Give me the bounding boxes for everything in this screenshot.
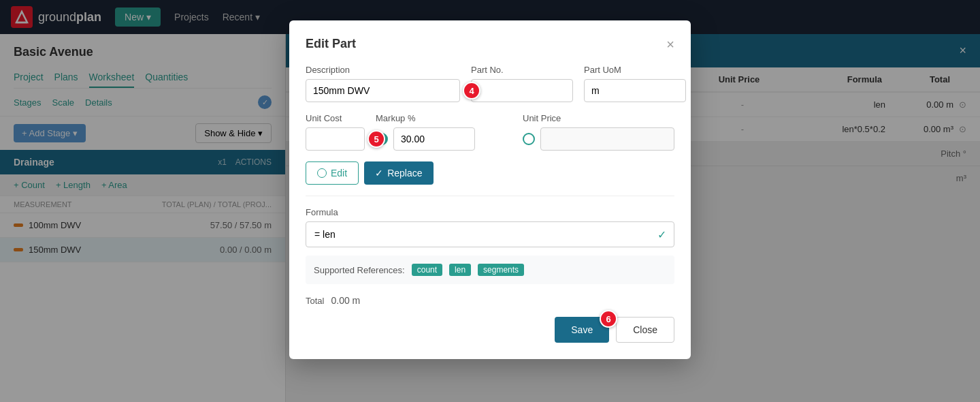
part-uom-field-group: Part UoM (584, 65, 686, 102)
unit-cost-input[interactable] (306, 127, 365, 151)
modal-close-button[interactable]: × (666, 37, 674, 51)
markup-label: Markup % (376, 113, 512, 123)
markup-input-wrap (376, 127, 512, 151)
step-badge-5: 5 (368, 130, 385, 148)
formula-check-icon: ✓ (657, 228, 666, 241)
ref-tag-segments: segments (478, 264, 524, 276)
ref-tag-len: len (449, 264, 471, 276)
description-field-group: Description 4 (306, 65, 460, 102)
edit-button[interactable]: Edit (306, 161, 359, 185)
close-modal-button[interactable]: Close (616, 317, 674, 343)
edit-icon (317, 168, 327, 178)
formula-input[interactable] (306, 221, 674, 247)
part-uom-input[interactable] (584, 79, 686, 102)
save-button[interactable]: Save 6 (555, 317, 609, 343)
modal-header: Edit Part × (306, 37, 674, 51)
formula-input-wrap: ✓ (306, 221, 674, 247)
description-input-wrap: 4 (306, 79, 460, 102)
part-no-input[interactable] (471, 79, 573, 102)
supported-refs-section: Supported References: count len segments (306, 256, 674, 284)
formula-label: Formula (306, 207, 674, 217)
part-no-label: Part No. (471, 65, 573, 75)
total-value: 0.00 m (331, 295, 360, 306)
divider (306, 196, 674, 196)
part-no-field-group: Part No. (471, 65, 573, 102)
ref-tag-count: count (412, 264, 442, 276)
form-row-cost: Unit Cost 5 Markup % Unit Price (306, 113, 674, 151)
step-badge-6: 6 (600, 310, 617, 328)
formula-field-group: Formula ✓ (306, 207, 674, 247)
unit-cost-field-group: Unit Cost 5 (306, 113, 365, 151)
replace-icon: ✓ (375, 168, 383, 179)
modal-title: Edit Part (306, 37, 356, 51)
supported-refs-label: Supported References: (314, 265, 405, 275)
description-label: Description (306, 65, 460, 75)
unit-price-radio[interactable] (523, 133, 535, 145)
markup-field-group: Markup % (376, 113, 512, 151)
step-badge-4: 4 (463, 82, 480, 99)
unit-price-label: Unit Price (523, 113, 674, 123)
description-input[interactable] (306, 79, 460, 102)
modal-footer: Save 6 Close (306, 317, 674, 343)
form-row-description: Description 4 Part No. Part UoM (306, 65, 674, 102)
edit-part-modal: Edit Part × Description 4 Part No. Part … (289, 20, 691, 359)
replace-button[interactable]: ✓ Replace (364, 161, 433, 185)
edit-replace-row: Edit ✓ Replace (306, 161, 674, 185)
unit-price-input[interactable] (540, 127, 674, 151)
part-uom-label: Part UoM (584, 65, 686, 75)
unit-cost-label: Unit Cost (306, 113, 365, 123)
unit-cost-input-wrap: 5 (306, 127, 365, 151)
unit-price-input-wrap (523, 127, 674, 151)
unit-price-field-group: Unit Price (523, 113, 674, 151)
total-row: Total 0.00 m (306, 295, 674, 306)
markup-input[interactable] (393, 127, 475, 151)
total-label: Total (306, 296, 324, 306)
